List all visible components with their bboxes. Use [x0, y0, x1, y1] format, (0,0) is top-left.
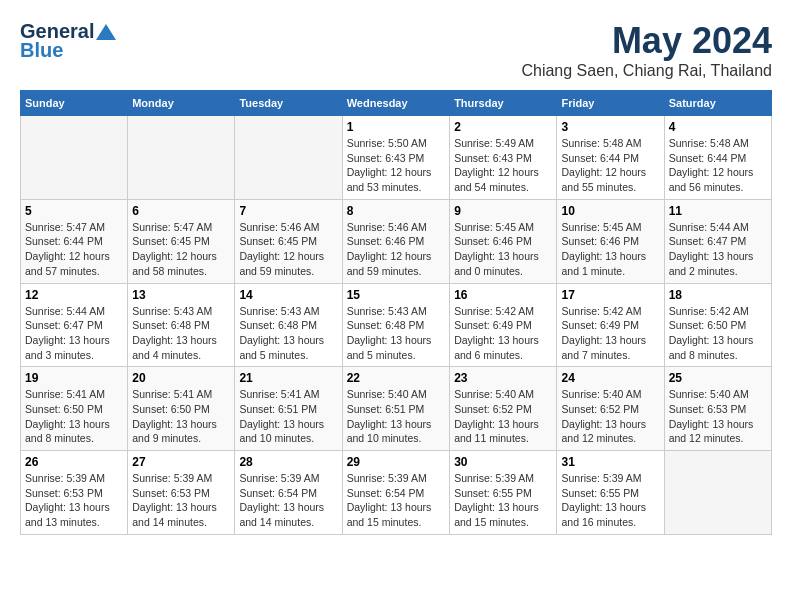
day-content: Sunrise: 5:50 AMSunset: 6:43 PMDaylight:…	[347, 136, 445, 195]
day-number: 28	[239, 455, 337, 469]
calendar-cell-4-5: 31Sunrise: 5:39 AMSunset: 6:55 PMDayligh…	[557, 451, 664, 535]
day-content: Sunrise: 5:39 AMSunset: 6:55 PMDaylight:…	[454, 471, 552, 530]
calendar-cell-4-0: 26Sunrise: 5:39 AMSunset: 6:53 PMDayligh…	[21, 451, 128, 535]
day-number: 5	[25, 204, 123, 218]
calendar-cell-4-4: 30Sunrise: 5:39 AMSunset: 6:55 PMDayligh…	[450, 451, 557, 535]
calendar-cell-0-6: 4Sunrise: 5:48 AMSunset: 6:44 PMDaylight…	[664, 116, 771, 200]
day-content: Sunrise: 5:48 AMSunset: 6:44 PMDaylight:…	[669, 136, 767, 195]
day-number: 6	[132, 204, 230, 218]
day-content: Sunrise: 5:42 AMSunset: 6:50 PMDaylight:…	[669, 304, 767, 363]
calendar-cell-0-5: 3Sunrise: 5:48 AMSunset: 6:44 PMDaylight…	[557, 116, 664, 200]
day-content: Sunrise: 5:40 AMSunset: 6:52 PMDaylight:…	[561, 387, 659, 446]
calendar-cell-4-3: 29Sunrise: 5:39 AMSunset: 6:54 PMDayligh…	[342, 451, 449, 535]
calendar-cell-1-5: 10Sunrise: 5:45 AMSunset: 6:46 PMDayligh…	[557, 199, 664, 283]
day-content: Sunrise: 5:39 AMSunset: 6:54 PMDaylight:…	[239, 471, 337, 530]
day-content: Sunrise: 5:39 AMSunset: 6:54 PMDaylight:…	[347, 471, 445, 530]
calendar-cell-3-4: 23Sunrise: 5:40 AMSunset: 6:52 PMDayligh…	[450, 367, 557, 451]
day-number: 9	[454, 204, 552, 218]
weekday-header-monday: Monday	[128, 91, 235, 116]
calendar-cell-4-6	[664, 451, 771, 535]
week-row-1: 1Sunrise: 5:50 AMSunset: 6:43 PMDaylight…	[21, 116, 772, 200]
day-number: 31	[561, 455, 659, 469]
day-number: 4	[669, 120, 767, 134]
weekday-header-friday: Friday	[557, 91, 664, 116]
day-number: 21	[239, 371, 337, 385]
day-content: Sunrise: 5:39 AMSunset: 6:55 PMDaylight:…	[561, 471, 659, 530]
calendar-cell-3-0: 19Sunrise: 5:41 AMSunset: 6:50 PMDayligh…	[21, 367, 128, 451]
calendar: SundayMondayTuesdayWednesdayThursdayFrid…	[20, 90, 772, 535]
weekday-header-sunday: Sunday	[21, 91, 128, 116]
day-number: 29	[347, 455, 445, 469]
day-number: 23	[454, 371, 552, 385]
calendar-cell-3-1: 20Sunrise: 5:41 AMSunset: 6:50 PMDayligh…	[128, 367, 235, 451]
day-number: 11	[669, 204, 767, 218]
day-number: 12	[25, 288, 123, 302]
day-content: Sunrise: 5:41 AMSunset: 6:50 PMDaylight:…	[25, 387, 123, 446]
day-number: 7	[239, 204, 337, 218]
day-number: 30	[454, 455, 552, 469]
month-title: May 2024	[521, 20, 772, 62]
calendar-cell-2-4: 16Sunrise: 5:42 AMSunset: 6:49 PMDayligh…	[450, 283, 557, 367]
day-content: Sunrise: 5:44 AMSunset: 6:47 PMDaylight:…	[669, 220, 767, 279]
day-content: Sunrise: 5:42 AMSunset: 6:49 PMDaylight:…	[561, 304, 659, 363]
logo-icon	[96, 24, 116, 40]
day-content: Sunrise: 5:39 AMSunset: 6:53 PMDaylight:…	[25, 471, 123, 530]
day-content: Sunrise: 5:40 AMSunset: 6:51 PMDaylight:…	[347, 387, 445, 446]
day-number: 1	[347, 120, 445, 134]
calendar-cell-2-1: 13Sunrise: 5:43 AMSunset: 6:48 PMDayligh…	[128, 283, 235, 367]
weekday-header-tuesday: Tuesday	[235, 91, 342, 116]
calendar-cell-2-2: 14Sunrise: 5:43 AMSunset: 6:48 PMDayligh…	[235, 283, 342, 367]
day-number: 15	[347, 288, 445, 302]
calendar-cell-4-1: 27Sunrise: 5:39 AMSunset: 6:53 PMDayligh…	[128, 451, 235, 535]
day-number: 14	[239, 288, 337, 302]
calendar-cell-3-6: 25Sunrise: 5:40 AMSunset: 6:53 PMDayligh…	[664, 367, 771, 451]
week-row-3: 12Sunrise: 5:44 AMSunset: 6:47 PMDayligh…	[21, 283, 772, 367]
header: General Blue May 2024 Chiang Saen, Chian…	[20, 20, 772, 80]
weekday-header-row: SundayMondayTuesdayWednesdayThursdayFrid…	[21, 91, 772, 116]
calendar-cell-0-1	[128, 116, 235, 200]
day-content: Sunrise: 5:40 AMSunset: 6:52 PMDaylight:…	[454, 387, 552, 446]
day-content: Sunrise: 5:49 AMSunset: 6:43 PMDaylight:…	[454, 136, 552, 195]
day-number: 20	[132, 371, 230, 385]
day-content: Sunrise: 5:41 AMSunset: 6:51 PMDaylight:…	[239, 387, 337, 446]
location-subtitle: Chiang Saen, Chiang Rai, Thailand	[521, 62, 772, 80]
day-number: 3	[561, 120, 659, 134]
day-number: 22	[347, 371, 445, 385]
calendar-cell-1-1: 6Sunrise: 5:47 AMSunset: 6:45 PMDaylight…	[128, 199, 235, 283]
calendar-cell-0-0	[21, 116, 128, 200]
day-number: 2	[454, 120, 552, 134]
calendar-cell-1-3: 8Sunrise: 5:46 AMSunset: 6:46 PMDaylight…	[342, 199, 449, 283]
day-content: Sunrise: 5:45 AMSunset: 6:46 PMDaylight:…	[454, 220, 552, 279]
calendar-cell-2-6: 18Sunrise: 5:42 AMSunset: 6:50 PMDayligh…	[664, 283, 771, 367]
calendar-cell-2-5: 17Sunrise: 5:42 AMSunset: 6:49 PMDayligh…	[557, 283, 664, 367]
calendar-cell-0-4: 2Sunrise: 5:49 AMSunset: 6:43 PMDaylight…	[450, 116, 557, 200]
weekday-header-wednesday: Wednesday	[342, 91, 449, 116]
calendar-cell-1-6: 11Sunrise: 5:44 AMSunset: 6:47 PMDayligh…	[664, 199, 771, 283]
day-content: Sunrise: 5:47 AMSunset: 6:44 PMDaylight:…	[25, 220, 123, 279]
day-number: 26	[25, 455, 123, 469]
day-content: Sunrise: 5:46 AMSunset: 6:45 PMDaylight:…	[239, 220, 337, 279]
calendar-cell-3-2: 21Sunrise: 5:41 AMSunset: 6:51 PMDayligh…	[235, 367, 342, 451]
title-section: May 2024 Chiang Saen, Chiang Rai, Thaila…	[521, 20, 772, 80]
day-number: 16	[454, 288, 552, 302]
day-content: Sunrise: 5:41 AMSunset: 6:50 PMDaylight:…	[132, 387, 230, 446]
weekday-header-thursday: Thursday	[450, 91, 557, 116]
week-row-2: 5Sunrise: 5:47 AMSunset: 6:44 PMDaylight…	[21, 199, 772, 283]
calendar-cell-1-2: 7Sunrise: 5:46 AMSunset: 6:45 PMDaylight…	[235, 199, 342, 283]
calendar-cell-4-2: 28Sunrise: 5:39 AMSunset: 6:54 PMDayligh…	[235, 451, 342, 535]
calendar-cell-0-3: 1Sunrise: 5:50 AMSunset: 6:43 PMDaylight…	[342, 116, 449, 200]
day-content: Sunrise: 5:40 AMSunset: 6:53 PMDaylight:…	[669, 387, 767, 446]
day-number: 8	[347, 204, 445, 218]
calendar-cell-2-3: 15Sunrise: 5:43 AMSunset: 6:48 PMDayligh…	[342, 283, 449, 367]
day-number: 25	[669, 371, 767, 385]
weekday-header-saturday: Saturday	[664, 91, 771, 116]
calendar-cell-2-0: 12Sunrise: 5:44 AMSunset: 6:47 PMDayligh…	[21, 283, 128, 367]
calendar-cell-1-4: 9Sunrise: 5:45 AMSunset: 6:46 PMDaylight…	[450, 199, 557, 283]
day-number: 10	[561, 204, 659, 218]
day-content: Sunrise: 5:46 AMSunset: 6:46 PMDaylight:…	[347, 220, 445, 279]
day-number: 27	[132, 455, 230, 469]
week-row-4: 19Sunrise: 5:41 AMSunset: 6:50 PMDayligh…	[21, 367, 772, 451]
day-number: 17	[561, 288, 659, 302]
day-content: Sunrise: 5:42 AMSunset: 6:49 PMDaylight:…	[454, 304, 552, 363]
logo-blue: Blue	[20, 39, 63, 62]
